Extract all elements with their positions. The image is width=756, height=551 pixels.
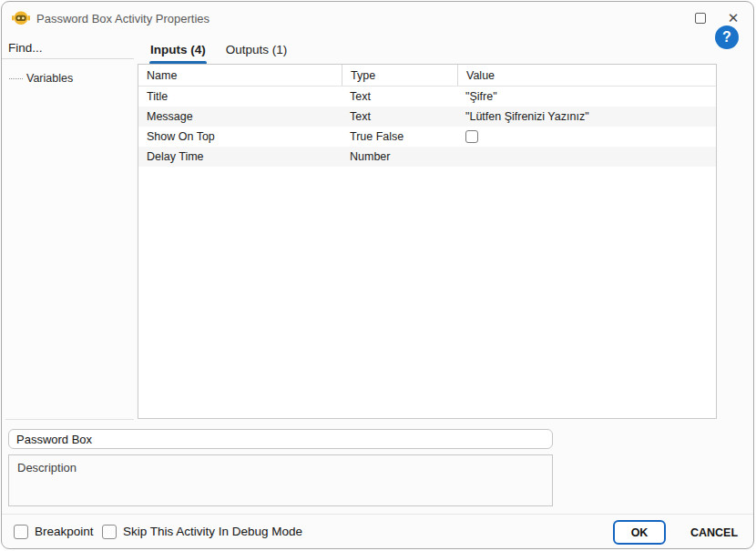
- properties-table-body: TitleText"Şifre"MessageText"Lütfen Şifre…: [138, 87, 716, 167]
- find-input[interactable]: [8, 38, 127, 56]
- cell-name: Delay Time: [138, 150, 342, 163]
- variables-tree-panel: Variables: [5, 59, 134, 420]
- column-header-name[interactable]: Name: [138, 65, 342, 86]
- tab-bar: Inputs (4) Outputs (1): [149, 41, 288, 62]
- cell-type: Text: [342, 90, 457, 103]
- footer-bar: Breakpoint Skip This Activity In Debug M…: [2, 514, 753, 548]
- skip-activity-checkbox-group[interactable]: Skip This Activity In Debug Mode: [102, 515, 302, 548]
- skip-activity-label: Skip This Activity In Debug Mode: [123, 525, 302, 538]
- skip-activity-checkbox[interactable]: [102, 525, 117, 539]
- value-text: "Lütfen Şifrenizi Yazınız": [465, 110, 589, 123]
- close-button[interactable]: ✕: [724, 9, 742, 27]
- breakpoint-checkbox-group[interactable]: Breakpoint: [14, 515, 94, 548]
- column-header-type[interactable]: Type: [342, 65, 457, 86]
- value-text: "Şifre": [465, 90, 497, 103]
- cell-value[interactable]: "Şifre": [457, 90, 716, 103]
- maximize-button[interactable]: [695, 13, 706, 24]
- table-row[interactable]: Show On TopTrue False: [138, 127, 716, 147]
- cell-name: Show On Top: [138, 130, 342, 143]
- cell-type: Number: [342, 150, 457, 163]
- cell-name: Title: [138, 90, 342, 103]
- cell-name: Message: [138, 110, 342, 123]
- tree-item-label: Variables: [26, 72, 73, 85]
- column-header-value[interactable]: Value: [457, 65, 716, 86]
- tab-outputs[interactable]: Outputs (1): [225, 41, 289, 62]
- table-header: Name Type Value: [138, 65, 716, 87]
- cancel-button[interactable]: CANCEL: [679, 520, 749, 545]
- cell-value[interactable]: "Lütfen Şifrenizi Yazınız": [457, 110, 716, 123]
- breakpoint-checkbox[interactable]: [14, 525, 28, 539]
- question-mark-icon: ?: [722, 29, 731, 46]
- activity-name-input[interactable]: [8, 429, 553, 449]
- value-checkbox[interactable]: [465, 130, 478, 143]
- robot-icon: [12, 10, 30, 26]
- table-row[interactable]: MessageText"Lütfen Şifrenizi Yazınız": [138, 107, 716, 127]
- properties-dialog: Password Box Activity Properties ✕ ? Var…: [1, 1, 754, 549]
- table-row[interactable]: TitleText"Şifre": [138, 87, 716, 107]
- ok-button[interactable]: OK: [613, 520, 666, 545]
- cell-type: Text: [342, 110, 457, 123]
- breakpoint-label: Breakpoint: [35, 525, 94, 538]
- properties-table: Name Type Value TitleText"Şifre"MessageT…: [138, 64, 717, 419]
- table-row[interactable]: Delay TimeNumber: [138, 147, 716, 167]
- cell-value[interactable]: [457, 130, 716, 143]
- window-title: Password Box Activity Properties: [36, 12, 209, 26]
- tree-connector: [9, 78, 23, 79]
- tree-item-variables[interactable]: Variables: [9, 72, 134, 85]
- description-textarea[interactable]: [8, 454, 553, 506]
- title-bar: Password Box Activity Properties ✕: [2, 2, 753, 35]
- cell-type: True False: [342, 130, 457, 143]
- help-button[interactable]: ?: [715, 26, 739, 49]
- tab-inputs[interactable]: Inputs (4): [149, 41, 207, 62]
